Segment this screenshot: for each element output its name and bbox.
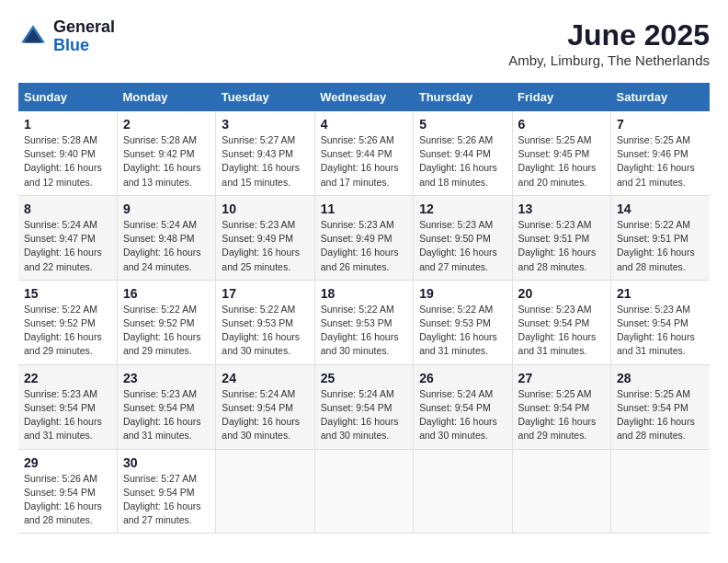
day-info: Sunrise: 5:23 AM Sunset: 9:49 PM Dayligh… (321, 218, 407, 274)
day-info: Sunrise: 5:25 AM Sunset: 9:45 PM Dayligh… (518, 133, 605, 190)
calendar-cell: 6Sunrise: 5:25 AM Sunset: 9:45 PM Daylig… (512, 111, 610, 195)
day-info: Sunrise: 5:24 AM Sunset: 9:47 PM Dayligh… (24, 218, 111, 274)
day-number: 1 (24, 117, 111, 132)
day-info: Sunrise: 5:25 AM Sunset: 9:54 PM Dayligh… (518, 387, 605, 443)
day-number: 5 (419, 117, 506, 132)
day-info: Sunrise: 5:26 AM Sunset: 9:44 PM Dayligh… (419, 133, 506, 190)
day-info: Sunrise: 5:24 AM Sunset: 9:54 PM Dayligh… (222, 387, 308, 443)
day-number: 4 (321, 117, 407, 132)
weekday-header: Monday (117, 83, 215, 111)
calendar-week-row: 15Sunrise: 5:22 AM Sunset: 9:52 PM Dayli… (18, 280, 710, 364)
page-header: General Blue June 2025 Amby, Limburg, Th… (18, 18, 710, 68)
day-info: Sunrise: 5:22 AM Sunset: 9:53 PM Dayligh… (419, 303, 506, 359)
day-info: Sunrise: 5:22 AM Sunset: 9:51 PM Dayligh… (617, 218, 704, 274)
day-number: 7 (617, 117, 704, 132)
calendar-cell: 28Sunrise: 5:25 AM Sunset: 9:54 PM Dayli… (611, 364, 710, 449)
calendar-week-row: 22Sunrise: 5:23 AM Sunset: 9:54 PM Dayli… (18, 364, 710, 449)
day-number: 29 (24, 455, 111, 470)
calendar-cell: 13Sunrise: 5:23 AM Sunset: 9:51 PM Dayli… (512, 195, 610, 280)
calendar-cell: 7Sunrise: 5:25 AM Sunset: 9:46 PM Daylig… (611, 111, 710, 195)
day-number: 12 (419, 201, 506, 216)
day-number: 30 (123, 455, 210, 470)
day-number: 16 (123, 286, 210, 301)
day-number: 8 (24, 201, 111, 216)
calendar-cell: 19Sunrise: 5:22 AM Sunset: 9:53 PM Dayli… (414, 280, 512, 364)
location: Amby, Limburg, The Netherlands (508, 52, 710, 68)
day-info: Sunrise: 5:23 AM Sunset: 9:54 PM Dayligh… (123, 387, 210, 443)
calendar-cell: 11Sunrise: 5:23 AM Sunset: 9:49 PM Dayli… (314, 195, 413, 280)
day-number: 15 (24, 286, 111, 301)
day-info: Sunrise: 5:24 AM Sunset: 9:48 PM Dayligh… (123, 218, 210, 274)
calendar-cell: 10Sunrise: 5:23 AM Sunset: 9:49 PM Dayli… (216, 195, 314, 280)
day-number: 2 (123, 117, 210, 132)
day-info: Sunrise: 5:23 AM Sunset: 9:54 PM Dayligh… (24, 387, 111, 443)
weekday-header: Saturday (611, 83, 710, 111)
day-number: 17 (222, 286, 308, 301)
calendar-cell: 5Sunrise: 5:26 AM Sunset: 9:44 PM Daylig… (414, 111, 512, 195)
weekday-header: Wednesday (314, 83, 413, 111)
day-number: 24 (222, 371, 308, 385)
day-info: Sunrise: 5:25 AM Sunset: 9:54 PM Dayligh… (617, 387, 704, 443)
day-info: Sunrise: 5:23 AM Sunset: 9:51 PM Dayligh… (518, 218, 605, 274)
calendar-cell: 2Sunrise: 5:28 AM Sunset: 9:42 PM Daylig… (117, 111, 215, 195)
calendar-cell: 27Sunrise: 5:25 AM Sunset: 9:54 PM Dayli… (512, 364, 610, 449)
calendar-cell: 3Sunrise: 5:27 AM Sunset: 9:43 PM Daylig… (216, 111, 314, 195)
day-number: 11 (321, 201, 407, 216)
day-info: Sunrise: 5:24 AM Sunset: 9:54 PM Dayligh… (419, 387, 506, 443)
calendar-cell (414, 449, 512, 534)
day-info: Sunrise: 5:23 AM Sunset: 9:54 PM Dayligh… (518, 303, 605, 359)
day-info: Sunrise: 5:22 AM Sunset: 9:52 PM Dayligh… (24, 303, 111, 359)
day-number: 6 (518, 117, 605, 132)
day-number: 10 (222, 201, 308, 216)
day-info: Sunrise: 5:22 AM Sunset: 9:53 PM Dayligh… (321, 303, 407, 359)
calendar-cell: 30Sunrise: 5:27 AM Sunset: 9:54 PM Dayli… (117, 449, 215, 534)
day-number: 3 (222, 117, 308, 132)
day-number: 28 (617, 371, 704, 385)
day-info: Sunrise: 5:24 AM Sunset: 9:54 PM Dayligh… (321, 387, 407, 443)
calendar-cell: 25Sunrise: 5:24 AM Sunset: 9:54 PM Dayli… (314, 364, 413, 449)
calendar-cell: 14Sunrise: 5:22 AM Sunset: 9:51 PM Dayli… (611, 195, 710, 280)
day-number: 9 (123, 201, 210, 216)
day-info: Sunrise: 5:23 AM Sunset: 9:54 PM Dayligh… (617, 303, 704, 359)
day-info: Sunrise: 5:22 AM Sunset: 9:53 PM Dayligh… (222, 303, 308, 359)
calendar-cell: 22Sunrise: 5:23 AM Sunset: 9:54 PM Dayli… (18, 364, 117, 449)
logo-general: General (53, 18, 115, 37)
day-number: 25 (321, 371, 407, 385)
day-number: 18 (321, 286, 407, 301)
day-info: Sunrise: 5:28 AM Sunset: 9:40 PM Dayligh… (24, 133, 111, 190)
day-number: 23 (123, 371, 210, 385)
day-info: Sunrise: 5:23 AM Sunset: 9:50 PM Dayligh… (419, 218, 506, 274)
day-number: 20 (518, 286, 605, 301)
calendar-cell: 4Sunrise: 5:26 AM Sunset: 9:44 PM Daylig… (314, 111, 413, 195)
day-info: Sunrise: 5:27 AM Sunset: 9:43 PM Dayligh… (222, 133, 308, 190)
calendar-cell: 23Sunrise: 5:23 AM Sunset: 9:54 PM Dayli… (117, 364, 215, 449)
day-info: Sunrise: 5:26 AM Sunset: 9:54 PM Dayligh… (24, 472, 111, 528)
calendar-cell: 8Sunrise: 5:24 AM Sunset: 9:47 PM Daylig… (18, 195, 117, 280)
day-number: 19 (419, 286, 506, 301)
logo-text: General Blue (53, 18, 115, 55)
logo: General Blue (18, 18, 115, 55)
logo-icon (18, 22, 48, 52)
title-block: June 2025 Amby, Limburg, The Netherlands (508, 18, 710, 68)
weekday-header: Thursday (414, 83, 512, 111)
calendar-week-row: 29Sunrise: 5:26 AM Sunset: 9:54 PM Dayli… (18, 449, 710, 534)
calendar-week-row: 1Sunrise: 5:28 AM Sunset: 9:40 PM Daylig… (18, 111, 710, 195)
month-title: June 2025 (508, 18, 710, 52)
day-info: Sunrise: 5:27 AM Sunset: 9:54 PM Dayligh… (123, 472, 210, 528)
day-info: Sunrise: 5:25 AM Sunset: 9:46 PM Dayligh… (617, 133, 704, 190)
logo-blue: Blue (53, 37, 115, 55)
weekday-header: Sunday (18, 83, 117, 111)
calendar-cell (216, 449, 314, 534)
day-info: Sunrise: 5:23 AM Sunset: 9:49 PM Dayligh… (222, 218, 308, 274)
day-number: 27 (518, 371, 605, 385)
weekday-header: Friday (512, 83, 610, 111)
calendar-table: SundayMondayTuesdayWednesdayThursdayFrid… (18, 83, 710, 534)
calendar-cell: 26Sunrise: 5:24 AM Sunset: 9:54 PM Dayli… (414, 364, 512, 449)
calendar-cell: 12Sunrise: 5:23 AM Sunset: 9:50 PM Dayli… (414, 195, 512, 280)
calendar-cell (611, 449, 710, 534)
calendar-cell: 21Sunrise: 5:23 AM Sunset: 9:54 PM Dayli… (611, 280, 710, 364)
calendar-cell: 24Sunrise: 5:24 AM Sunset: 9:54 PM Dayli… (216, 364, 314, 449)
calendar-cell (314, 449, 413, 534)
day-number: 13 (518, 201, 605, 216)
calendar-cell: 1Sunrise: 5:28 AM Sunset: 9:40 PM Daylig… (18, 111, 117, 195)
